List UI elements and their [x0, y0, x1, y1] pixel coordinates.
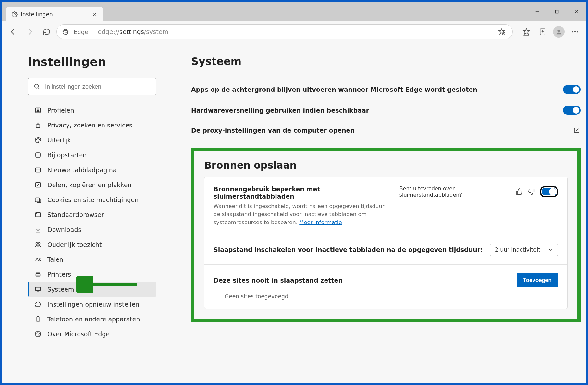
sidebar-item-about[interactable]: Over Microsoft Edge [28, 327, 156, 342]
sidebar-item-label: Standaardbrowser [47, 211, 104, 218]
profile-button[interactable] [552, 25, 566, 39]
card-section-sleeping-tabs: Bronnengebruik beperken met sluimerstand… [204, 177, 567, 235]
new-tab-button[interactable] [103, 14, 119, 21]
url-suffix: /system [144, 28, 168, 35]
url-display[interactable]: edge://settings/system [98, 28, 492, 35]
sleeping-tabs-description: Wanneer dit is ingeschakeld, wordt na ee… [214, 202, 389, 226]
sidebar-item-newtab[interactable]: Nieuwe tabbladpagina [28, 162, 156, 177]
svg-point-7 [574, 31, 576, 32]
window-icon [34, 166, 42, 174]
language-icon [34, 256, 42, 263]
svg-point-0 [14, 14, 16, 15]
profile-icon [34, 107, 42, 114]
family-icon [34, 241, 42, 248]
settings-search[interactable] [28, 78, 156, 95]
settings-search-input[interactable] [45, 83, 151, 90]
row-proxy[interactable]: De proxy-instellingen van de computer op… [191, 121, 581, 140]
minimize-button[interactable] [528, 2, 547, 21]
svg-rect-12 [36, 125, 40, 127]
svg-rect-17 [36, 168, 41, 172]
more-button[interactable] [568, 25, 582, 39]
sleep-after-label: Slaapstand inschakelen voor inactieve ta… [214, 246, 483, 253]
svg-point-8 [577, 31, 578, 32]
sidebar-item-label: Ouderlijk toezicht [47, 241, 102, 248]
gear-icon [12, 11, 18, 17]
address-bar[interactable]: Edge edge://settings/system [56, 24, 513, 39]
svg-point-11 [37, 109, 39, 111]
sidebar-item-share[interactable]: Delen, kopiëren en plakken [28, 177, 156, 192]
sidebar-item-label: Printers [47, 271, 71, 278]
edge-window: Instellingen Edge edge://settings/system [2, 2, 586, 383]
toggle-background-apps[interactable] [563, 85, 581, 94]
add-favorite-button[interactable] [496, 26, 507, 37]
highlight-resources-section: Bronnen opslaan Bronnengebruik beperken … [191, 148, 581, 322]
sidebar-item-phone[interactable]: Telefoon en andere apparaten [28, 312, 156, 327]
browser-tab-settings[interactable]: Instellingen [6, 7, 103, 21]
sidebar-item-appearance[interactable]: Uiterlijk [28, 133, 156, 148]
close-icon[interactable] [92, 12, 97, 17]
sidebar-item-label: Profielen [47, 107, 74, 114]
never-sleep-label: Deze sites nooit in slaapstand zetten [214, 277, 343, 284]
forward-button[interactable] [23, 25, 37, 39]
svg-point-15 [39, 139, 40, 140]
svg-point-23 [36, 243, 38, 245]
addr-divider [93, 28, 93, 36]
browser-icon [34, 211, 42, 218]
toggle-hw-accel[interactable] [563, 106, 581, 115]
no-sites-note: Geen sites toegevoegd [214, 287, 558, 300]
sidebar-item-label: Bij opstarten [47, 151, 87, 159]
close-window-button[interactable] [567, 2, 586, 21]
edge-logo-icon [62, 28, 69, 35]
sidebar-item-family[interactable]: Ouderlijk toezicht [28, 237, 156, 252]
titlebar: Instellingen [2, 2, 586, 21]
svg-point-9 [35, 84, 39, 88]
edge-label: Edge [74, 29, 88, 35]
monitor-icon [34, 286, 42, 293]
url-prefix: edge:// [98, 28, 119, 35]
svg-point-24 [38, 243, 40, 245]
sidebar-item-languages[interactable]: Talen [28, 252, 156, 267]
thumbs-up-icon[interactable] [515, 187, 523, 196]
sidebar-item-label: Delen, kopiëren en plakken [47, 181, 131, 188]
reset-icon [34, 301, 42, 308]
reload-button[interactable] [40, 25, 54, 39]
svg-point-14 [38, 138, 38, 139]
card-section-never-sleep: Deze sites nooit in slaapstand zetten To… [204, 265, 567, 309]
collections-button[interactable] [535, 25, 550, 39]
sidebar-item-startup[interactable]: Bij opstarten [28, 148, 156, 162]
sidebar-item-privacy[interactable]: Privacy, zoeken en services [28, 118, 156, 133]
url-host: settings [119, 28, 144, 35]
back-button[interactable] [6, 25, 20, 39]
sidebar-item-system[interactable]: Systeem [28, 282, 156, 297]
row-hw-accel: Hardwareversnelling gebruiken indien bes… [191, 100, 581, 121]
toggle-sleeping-tabs[interactable] [540, 186, 558, 197]
add-site-button[interactable]: Toevoegen [517, 273, 558, 287]
maximize-button[interactable] [547, 2, 567, 21]
sleep-timeout-select[interactable]: 2 uur inactiviteit [490, 244, 558, 256]
sleeping-tabs-label: Bronnengebruik beperken met sluimerstand… [214, 186, 391, 200]
thumbs-down-icon[interactable] [528, 187, 535, 196]
sidebar-item-downloads[interactable]: Downloads [28, 222, 156, 237]
sidebar-item-default[interactable]: Standaardbrowser [28, 207, 156, 222]
sidebar-item-printers[interactable]: Printers [28, 267, 156, 282]
sidebar-item-reset[interactable]: Instellingen opnieuw instellen [28, 297, 156, 312]
chevron-down-icon [547, 247, 553, 253]
learn-more-link[interactable]: Meer informatie [299, 219, 342, 225]
edge-icon [34, 331, 42, 338]
sidebar-item-label: Downloads [47, 226, 81, 233]
external-link-icon [573, 126, 581, 134]
card-section-sleep-after: Slaapstand inschakelen voor inactieve ta… [204, 235, 567, 265]
resources-card: Bronnengebruik beperken met sluimerstand… [204, 177, 568, 309]
svg-rect-25 [36, 273, 40, 276]
favorites-button[interactable] [519, 25, 533, 39]
row-background-apps: Apps op de achtergrond blijven uitvoeren… [191, 79, 581, 100]
download-icon [34, 226, 42, 233]
tabs-area: Instellingen [2, 2, 119, 21]
sidebar-item-label: Instellingen opnieuw instellen [47, 301, 139, 308]
window-controls [528, 2, 586, 21]
row-label: Apps op de achtergrond blijven uitvoeren… [191, 86, 477, 93]
sidebar-item-cookies[interactable]: Cookies en site machtigingen [28, 192, 156, 207]
svg-point-13 [36, 139, 37, 140]
toolbar-actions [515, 25, 582, 39]
sidebar-item-profiles[interactable]: Profielen [28, 103, 156, 118]
